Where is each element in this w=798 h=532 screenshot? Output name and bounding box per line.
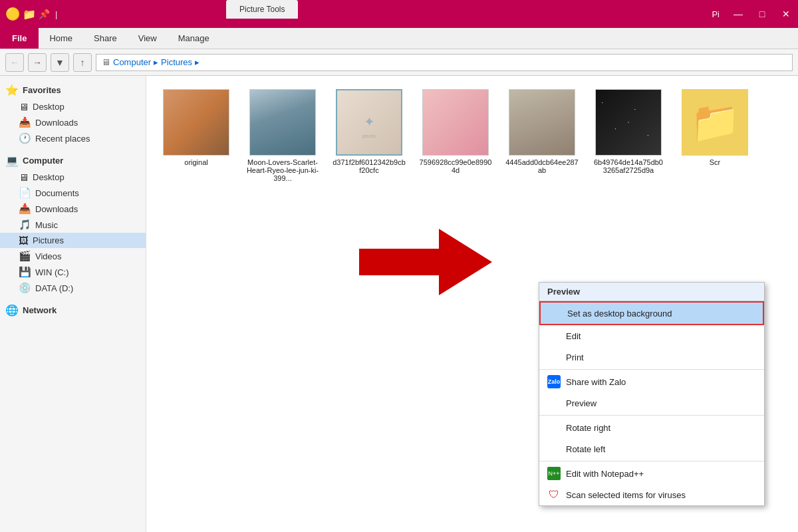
file-item-couple2[interactable]: 4445add0dcb64ee287ab xyxy=(505,89,579,182)
sidebar-item-downloads-fav[interactable]: 📥 Downloads xyxy=(0,114,146,130)
divider1 xyxy=(0,146,146,152)
picture-tools-label: Picture Tools xyxy=(226,0,298,19)
folder-icon: 🟡 xyxy=(5,7,20,21)
drive-c-icon: 💾 xyxy=(19,266,31,278)
file-thumb-moon-lovers xyxy=(249,89,316,156)
print-icon xyxy=(547,350,561,364)
file-item-yellow[interactable]: 📁 Scr xyxy=(678,89,751,182)
star-icon: ⭐ xyxy=(5,84,19,96)
file-thumb-yellow: 📁 xyxy=(682,89,748,156)
file-label-moon-lovers: Moon-Lovers-Scarlet-Heart-Ryeo-lee-jun-k… xyxy=(246,158,319,182)
forward-button[interactable]: → xyxy=(28,53,47,72)
file-label-yellow: Scr xyxy=(710,158,721,166)
app-name: Pi xyxy=(705,9,726,19)
tab-home[interactable]: Home xyxy=(39,28,83,49)
videos-icon: 🎬 xyxy=(19,250,31,262)
preview-icon xyxy=(547,396,561,410)
address-path[interactable]: 🖥 Computer ▸ Pictures ▸ xyxy=(96,54,793,71)
sidebar-item-videos[interactable]: 🎬 Videos xyxy=(0,248,146,264)
ctx-item-rotate-right[interactable]: Rotate right xyxy=(539,417,764,438)
rotate-left-icon xyxy=(547,442,561,456)
file-label-selected: d371f2bf6012342b9cbf20cfc xyxy=(332,158,406,174)
back-button[interactable]: ← xyxy=(5,53,24,72)
ctx-separator-1 xyxy=(539,369,764,370)
file-label-pink: 7596928cc99e0e89904d xyxy=(419,158,492,174)
ctx-item-set-desktop-bg[interactable]: Set as desktop background xyxy=(539,301,764,325)
ctx-item-zalo[interactable]: Zalo Share with Zalo xyxy=(539,371,764,392)
divider-icon: | xyxy=(55,9,57,19)
pin-icon: 📌 xyxy=(39,9,50,19)
title-bar-controls: Pi — □ ✕ xyxy=(705,0,798,28)
file-item-selected[interactable]: ✦ pisces d371f2bf6012342b9cbf20cfc xyxy=(332,89,406,182)
recent-icon: 🕐 xyxy=(19,132,31,144)
ctx-item-scan[interactable]: 🛡 Scan selected items for viruses xyxy=(539,484,764,505)
file-label-dark: 6b49764de14a75db03265af2725d9a xyxy=(592,158,665,174)
ctx-header: Preview xyxy=(539,283,764,301)
file-label-couple2: 4445add0dcb64ee287ab xyxy=(505,158,579,174)
sidebar-item-desktop[interactable]: 🖥 Desktop xyxy=(0,170,146,185)
ctx-item-notepad[interactable]: N++ Edit with Notepad++ xyxy=(539,463,764,484)
notepad-icon: N++ xyxy=(547,467,561,480)
ctx-separator-2 xyxy=(539,415,764,416)
sidebar-item-c-drive[interactable]: 💾 WIN (C:) xyxy=(0,264,146,280)
ctx-item-preview[interactable]: Preview xyxy=(539,392,764,414)
context-menu: Preview Set as desktop background Edit P… xyxy=(539,282,765,506)
file-thumb-couple2 xyxy=(509,89,575,156)
drive-d-icon: 💿 xyxy=(19,282,31,294)
music-icon: 🎵 xyxy=(19,219,31,231)
downloads-icon: 📥 xyxy=(19,116,31,128)
up-button[interactable]: ↑ xyxy=(73,53,92,72)
favorites-header[interactable]: ⭐ Favorites xyxy=(0,81,146,99)
computer-header[interactable]: 💻 Computer xyxy=(0,152,146,170)
network-header[interactable]: 🌐 Network xyxy=(0,301,146,319)
network-icon: 🌐 xyxy=(5,304,19,317)
main-layout: ⭐ Favorites 🖥 Desktop 📥 Downloads 🕐 Rece… xyxy=(0,76,798,532)
tab-view[interactable]: View xyxy=(128,28,168,49)
ctx-item-edit[interactable]: Edit xyxy=(539,325,764,346)
tab-manage[interactable]: Manage xyxy=(168,28,220,49)
tab-file[interactable]: File xyxy=(0,28,39,49)
sidebar-item-recent[interactable]: 🕐 Recent places xyxy=(0,130,146,146)
file-item-pink[interactable]: 7596928cc99e0e89904d xyxy=(419,89,492,182)
computer-icon: 💻 xyxy=(5,154,19,167)
red-arrow xyxy=(359,222,492,302)
title-bar: 🟡 📁 📌 | Picture Tools Pi — □ ✕ xyxy=(0,0,798,28)
file-thumb-dark xyxy=(595,89,662,156)
maximize-button[interactable]: □ xyxy=(750,0,774,28)
close-button[interactable]: ✕ xyxy=(774,0,798,28)
sidebar-item-desktop-fav[interactable]: 🖥 Desktop xyxy=(0,99,146,114)
rotate-right-icon xyxy=(547,421,561,434)
ctx-separator-3 xyxy=(539,461,764,462)
tab-share[interactable]: Share xyxy=(83,28,128,49)
zalo-icon: Zalo xyxy=(547,375,561,388)
title-bar-left: 🟡 📁 📌 | xyxy=(0,0,63,28)
file-grid: original Moon-Lovers-Scarlet-Heart-Ryeo-… xyxy=(146,76,798,196)
antivirus-icon: 🛡 xyxy=(547,488,561,501)
address-bar: ← → ▼ ↑ 🖥 Computer ▸ Pictures ▸ xyxy=(0,49,798,76)
file-item-moon-lovers[interactable]: Moon-Lovers-Scarlet-Heart-Ryeo-lee-jun-k… xyxy=(246,89,319,182)
documents-icon: 📄 xyxy=(19,187,31,199)
sidebar-item-music[interactable]: 🎵 Music xyxy=(0,217,146,233)
dropdown-button[interactable]: ▼ xyxy=(51,53,69,72)
ctx-item-rotate-left[interactable]: Rotate left xyxy=(539,438,764,460)
sidebar-item-d-drive[interactable]: 💿 DATA (D:) xyxy=(0,280,146,296)
desktop-folder-icon: 🖥 xyxy=(19,172,29,183)
sidebar-item-pictures[interactable]: 🖼 Pictures xyxy=(0,233,146,248)
minimize-button[interactable]: — xyxy=(726,0,750,28)
sidebar: ⭐ Favorites 🖥 Desktop 📥 Downloads 🕐 Rece… xyxy=(0,76,146,532)
ctx-item-print[interactable]: Print xyxy=(539,346,764,368)
file-item-dark[interactable]: 6b49764de14a75db03265af2725d9a xyxy=(592,89,665,182)
file-thumb-pink xyxy=(422,89,489,156)
ribbon-tabs: File Home Share View Manage xyxy=(0,28,798,49)
path-pictures[interactable]: Pictures xyxy=(161,57,192,67)
sidebar-item-documents[interactable]: 📄 Documents xyxy=(0,185,146,201)
desktop-icon: 🖥 xyxy=(19,101,29,112)
divider2 xyxy=(0,296,146,301)
edit-icon xyxy=(547,329,561,342)
desktop-bg-icon xyxy=(549,307,562,320)
path-computer[interactable]: Computer xyxy=(113,57,151,67)
sidebar-item-downloads[interactable]: 📥 Downloads xyxy=(0,201,146,217)
svg-marker-0 xyxy=(359,229,492,295)
file-item-original[interactable]: original xyxy=(160,89,233,182)
file-thumb-selected: ✦ pisces xyxy=(336,89,402,156)
